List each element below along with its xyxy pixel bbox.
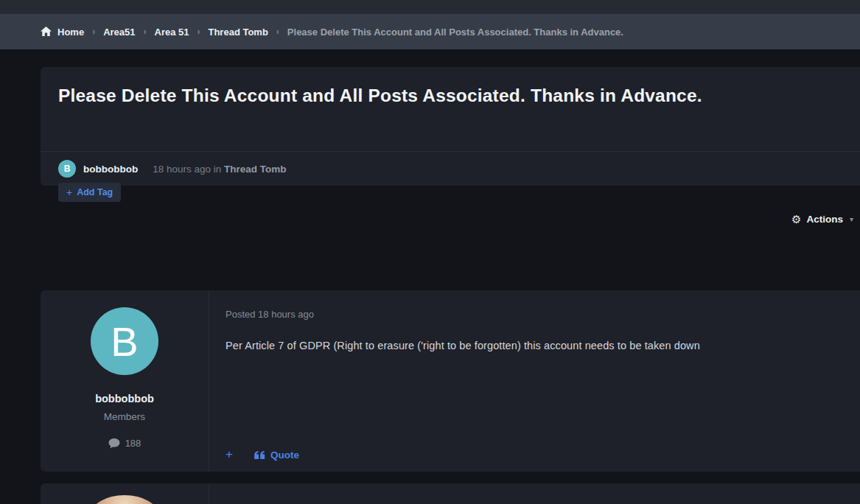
breadcrumb-area-51[interactable]: Area 51 [155, 27, 189, 38]
thread-header-card: Please Delete This Account and All Posts… [41, 67, 860, 186]
forum-thread-page: Home › Area51 › Area 51 › Thread Tomb › … [0, 0, 860, 504]
chevron-down-icon: ▾ [850, 215, 853, 223]
breadcrumb-separator: › [92, 26, 95, 37]
breadcrumb-separator: › [197, 26, 200, 37]
gear-icon: ⚙ [791, 214, 801, 225]
plus-icon: + [66, 186, 72, 198]
post-content: Posted 18 hours ago Per Article 7 of GDP… [210, 290, 860, 472]
post-card-partial [41, 483, 860, 504]
multiquote-plus-button[interactable]: + [226, 447, 233, 462]
breadcrumb-thread-tomb[interactable]: Thread Tomb [208, 27, 268, 38]
post-author-name[interactable]: bobbobbob [95, 393, 154, 405]
breadcrumb-current-page: Please Delete This Account and All Posts… [287, 27, 623, 38]
thread-author-name[interactable]: bobbobbob [83, 164, 138, 175]
avatar[interactable]: B [91, 307, 158, 375]
post-author-pane [41, 483, 209, 504]
post-actions: + Quote [226, 447, 299, 462]
comment-icon [108, 438, 120, 449]
post-author-pane: B bobbobbob Members 188 [41, 290, 209, 472]
thread-forum-link[interactable]: Thread Tomb [224, 164, 287, 175]
post-author-group: Members [104, 411, 145, 422]
quote-icon [254, 451, 265, 459]
thread-time: 18 hours ago [153, 164, 211, 175]
add-tag-label: Add Tag [77, 187, 113, 197]
avatar[interactable]: B [58, 160, 76, 178]
breadcrumb: Home › Area51 › Area 51 › Thread Tomb › … [0, 14, 860, 49]
post-count-row: 188 [108, 438, 141, 449]
post-body-text: Per Article 7 of GDPR (Right to erasure … [226, 340, 860, 351]
thread-in-word: in [214, 164, 222, 175]
actions-label: Actions [806, 214, 843, 225]
breadcrumb-separator: › [276, 26, 279, 37]
thread-meta: 18 hours ago in Thread Tomb [153, 164, 286, 175]
breadcrumb-area51[interactable]: Area51 [103, 27, 135, 38]
quote-button[interactable]: Quote [254, 449, 299, 461]
post-count-value: 188 [125, 438, 141, 449]
home-icon[interactable] [41, 27, 52, 37]
quote-label: Quote [270, 449, 299, 461]
thread-author-row: B bobbobbob 18 hours ago in Thread Tomb [41, 151, 860, 186]
top-strip [0, 0, 860, 14]
post-card: B bobbobbob Members 188 Posted 18 hours … [41, 290, 860, 472]
breadcrumb-home[interactable]: Home [57, 27, 84, 38]
breadcrumb-separator: › [144, 26, 147, 37]
post-timestamp: Posted 18 hours ago [226, 309, 860, 320]
thread-title: Please Delete This Account and All Posts… [41, 67, 860, 106]
actions-menu-button[interactable]: ⚙ Actions ▾ [791, 214, 853, 225]
avatar[interactable] [91, 495, 158, 504]
